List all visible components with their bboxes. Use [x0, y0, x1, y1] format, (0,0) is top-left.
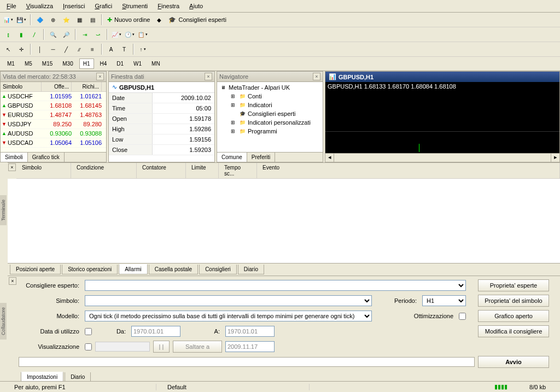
line-chart-button[interactable]: 〳 [28, 28, 40, 40]
symbol-select[interactable] [85, 295, 372, 306]
fibo-button[interactable]: ≡ [86, 43, 98, 55]
market-row[interactable]: ▲USDCHF1.015951.01621 [1, 92, 106, 101]
skipto-button[interactable]: Saltare a [173, 341, 222, 353]
tree-root[interactable]: 🖥MetaTrader - Alpari UK [218, 83, 322, 92]
templates-button[interactable]: 📋▾ [137, 28, 149, 40]
terminal-tab[interactable]: Diario [238, 265, 264, 274]
tree-item[interactable]: ⊞📁Indicatori personalizzati [228, 118, 322, 127]
tf-h1[interactable]: H1 [79, 58, 94, 69]
candle-chart-button[interactable]: ▮ [15, 28, 27, 40]
tab-common[interactable]: Comune [217, 153, 247, 162]
close-icon[interactable]: × [8, 163, 16, 171]
col-bid[interactable]: Offe... [42, 82, 72, 91]
zoom-in-button[interactable]: 🔍 [47, 28, 59, 40]
chart-shift-button[interactable]: ⤻ [92, 28, 104, 40]
col-ask[interactable]: Richi... [72, 82, 102, 91]
menu-insert[interactable]: Inserisci [59, 1, 89, 11]
terminal-tab[interactable]: Allarmi [119, 264, 148, 274]
col-event[interactable]: Evento [257, 163, 560, 178]
menu-tools[interactable]: Strumenti [118, 1, 152, 11]
market-row[interactable]: ▼USDCAD1.050641.05106 [1, 138, 106, 148]
label-button[interactable]: T [118, 43, 130, 55]
tree-item[interactable]: ⊞📁Programmi [228, 127, 322, 136]
menu-window[interactable]: Finestra [153, 1, 184, 11]
terminal-tab[interactable]: Posizioni aperte [10, 265, 61, 274]
market-row[interactable]: ▼EURUSD1.487471.48763 [1, 110, 106, 120]
crosshair-button[interactable]: ✛ [15, 43, 27, 55]
navigator-button[interactable]: ⭐ [60, 14, 72, 26]
col-timeout[interactable]: Tempo sc... [219, 163, 257, 178]
expert-advisors-button[interactable]: 🎓Consiglieri esperti [166, 16, 228, 24]
menu-view[interactable]: Visualizza [22, 1, 57, 11]
tf-h4[interactable]: H4 [96, 58, 111, 69]
vline-button[interactable]: │ [34, 43, 46, 55]
terminal-tab[interactable]: Consiglieri [199, 265, 237, 274]
cursor-button[interactable]: ↖ [2, 43, 14, 55]
expand-icon[interactable] [229, 110, 237, 118]
metaeditor-button[interactable]: ◆ [153, 14, 165, 26]
speed-slider[interactable] [95, 342, 150, 352]
close-icon[interactable]: × [313, 73, 320, 80]
text-button[interactable]: A [105, 43, 117, 55]
close-icon[interactable]: × [9, 277, 16, 285]
symbol-properties-button[interactable]: Proprieta' del simbolo [478, 295, 549, 307]
col-limit[interactable]: Limite [186, 163, 219, 178]
visual-checkbox[interactable] [85, 343, 92, 350]
tab-tickchart[interactable]: Grafico tick [28, 153, 65, 162]
usedate-checkbox[interactable] [85, 328, 92, 335]
chart-canvas[interactable]: GBPUSD,H1 1.68133 1.68170 1.68084 1.6810… [325, 82, 559, 153]
expert-properties-button[interactable]: Proprieta' esperte [478, 279, 549, 291]
bar-chart-button[interactable]: ⫿ [2, 28, 14, 40]
tf-d1[interactable]: D1 [113, 58, 127, 69]
market-row[interactable]: ▲GBPUSD1.681081.68145 [1, 101, 106, 110]
col-symbol[interactable]: Simbolo [16, 163, 71, 178]
trendline-button[interactable]: ╱ [60, 43, 72, 55]
tf-m1[interactable]: M1 [3, 58, 19, 69]
expand-icon[interactable]: ⊞ [229, 101, 237, 109]
tab-symbols[interactable]: Simboli [1, 153, 28, 162]
menu-charts[interactable]: Grafici [90, 1, 116, 11]
channel-button[interactable]: ⫽ [73, 43, 85, 55]
modify-expert-button[interactable]: Modifica il consigliere [478, 325, 549, 337]
expand-icon[interactable]: ⊞ [229, 92, 237, 100]
open-chart-button[interactable]: Grafico aperto [478, 310, 549, 322]
terminal-sidebar-label[interactable]: Terminale [0, 195, 7, 225]
tf-m15[interactable]: M15 [38, 58, 56, 69]
expand-icon[interactable]: ⊞ [229, 127, 237, 135]
tree-item[interactable]: ⊞📁Indicatori [228, 101, 322, 109]
terminal-button[interactable]: ▦ [73, 14, 85, 26]
tf-w1[interactable]: W1 [130, 58, 145, 69]
start-button[interactable]: Avvio [478, 356, 549, 368]
col-condition[interactable]: Condizione [71, 163, 137, 178]
expert-select[interactable] [85, 280, 466, 291]
tf-m30[interactable]: M30 [59, 58, 77, 69]
periodicity-button[interactable]: 🕐▾ [124, 28, 136, 40]
zoom-out-button[interactable]: 🔎 [60, 28, 72, 40]
new-order-button[interactable]: ✚Nuovo ordine [105, 16, 152, 24]
profiles-button[interactable]: 💾▾ [15, 14, 27, 26]
tab-favorites[interactable]: Preferiti [247, 153, 275, 162]
col-counter[interactable]: Contatore [137, 163, 186, 178]
data-window-button[interactable]: ⊕ [47, 14, 59, 26]
tester-button[interactable]: ▤ [86, 14, 98, 26]
menu-help[interactable]: Aiuto [185, 1, 207, 11]
date-from-input[interactable] [131, 326, 180, 337]
tf-mn[interactable]: MN [148, 58, 164, 69]
close-icon[interactable]: × [96, 73, 104, 80]
col-symbol[interactable]: Simbolo [1, 82, 42, 91]
chart-scrollbar[interactable]: ◂ ▸ [325, 153, 559, 162]
period-select[interactable]: H1 [422, 295, 466, 306]
terminal-tab[interactable]: Casella postale [149, 265, 198, 274]
market-row[interactable]: ▼USDJPY89.25089.280 [1, 120, 106, 129]
market-watch-button[interactable]: 🔷 [34, 14, 46, 26]
menu-file[interactable]: File [2, 1, 21, 11]
expand-icon[interactable]: ⊞ [229, 119, 237, 126]
model-select[interactable]: Ogni tick (il metodo precissimo sulla ba… [85, 311, 372, 321]
tree-item[interactable]: ⊞📁Conti [228, 92, 322, 101]
hline-button[interactable]: ─ [47, 43, 59, 55]
close-icon[interactable]: × [205, 73, 212, 80]
market-row[interactable]: ▲AUDUSD0.930600.93088 [1, 129, 106, 138]
tf-m5[interactable]: M5 [21, 58, 36, 69]
tester-sidebar-label[interactable]: Collaudatore [0, 303, 7, 340]
optimize-checkbox[interactable] [459, 313, 466, 320]
